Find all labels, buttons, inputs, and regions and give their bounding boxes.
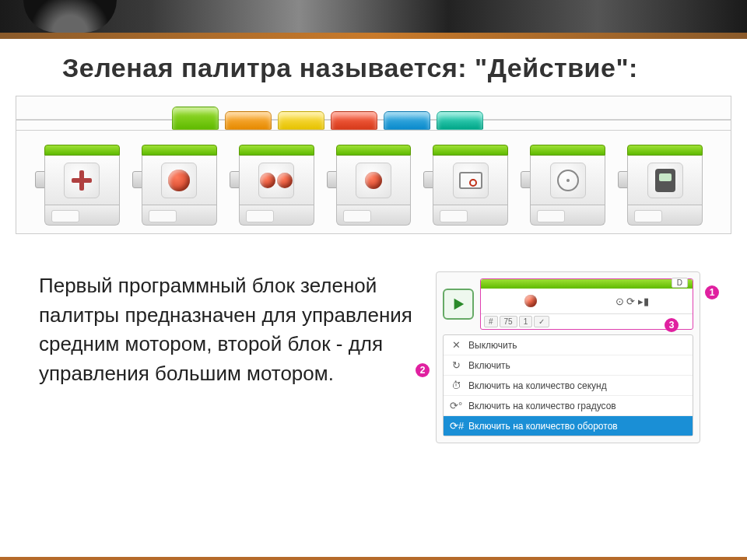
port-selector[interactable]: D [672, 278, 688, 288]
display-icon [459, 172, 482, 189]
brick-icon [655, 169, 675, 192]
slide-header-decor [0, 0, 747, 33]
menu-label: Включить на количество оборотов [468, 421, 618, 432]
mode-icons: ⊙ ⟳ ▸▮ [615, 296, 649, 307]
svg-marker-0 [454, 299, 465, 310]
block-detail-callout: D ⊙ ⟳ ▸▮ # 75 1 ✓ ✕ Выключить [436, 271, 716, 443]
steering-icon [365, 172, 382, 189]
large-motor-icon [524, 295, 537, 307]
palette-panel [16, 96, 731, 234]
palette-tab-flow[interactable] [225, 111, 272, 130]
param-count[interactable]: 1 [519, 316, 533, 327]
block-brick-light[interactable] [627, 145, 703, 226]
two-motors-icon [260, 173, 293, 188]
menu-item-off[interactable]: ✕ Выключить [444, 335, 693, 355]
accent-bar [0, 33, 747, 39]
menu-item-seconds[interactable]: ⏱ Включить на количество секунд [444, 376, 693, 396]
param-rotations-icon[interactable]: # [484, 316, 498, 327]
block-move-tank[interactable] [239, 145, 314, 226]
menu-item-on[interactable]: ↻ Включить [444, 355, 693, 376]
large-motor-icon [168, 170, 190, 191]
accent-bar-bottom [0, 557, 747, 560]
rotations-icon: ⟳# [450, 420, 462, 432]
menu-item-rotations[interactable]: ⟳# Включить на количество оборотов [444, 416, 693, 436]
block-large-motor[interactable] [142, 145, 217, 226]
palette-tab-data[interactable] [331, 111, 377, 130]
menu-item-degrees[interactable]: ⟳° Включить на количество градусов [444, 396, 693, 416]
off-icon: ✕ [450, 339, 462, 351]
param-brake[interactable]: ✓ [534, 316, 549, 327]
on-icon: ↻ [450, 359, 462, 371]
palette-tab-myblocks[interactable] [437, 111, 483, 130]
annotation-badge-1: 1 [705, 285, 719, 299]
menu-label: Включить на количество градусов [468, 401, 616, 411]
menu-label: Выключить [468, 340, 517, 351]
page-title: Зеленая палитра называется: "Действие": [0, 39, 747, 96]
degrees-icon: ⟳° [450, 400, 462, 411]
action-blocks-row [16, 131, 731, 226]
start-button[interactable] [443, 289, 474, 320]
menu-label: Включить [468, 360, 510, 371]
sound-icon [557, 170, 579, 191]
annotation-badge-2: 2 [416, 363, 430, 377]
description-text: Первый программный блок зеленой палитры … [39, 271, 412, 443]
palette-tab-advanced[interactable] [384, 111, 430, 130]
block-sound[interactable] [530, 145, 605, 226]
play-icon [451, 297, 465, 311]
annotation-badge-3: 3 [665, 318, 679, 332]
menu-label: Включить на количество секунд [468, 380, 607, 391]
palette-tab-sensor[interactable] [278, 111, 324, 130]
mode-menu: ✕ Выключить ↻ Включить ⏱ Включить на кол… [443, 334, 693, 436]
block-display[interactable] [433, 145, 508, 226]
seconds-icon: ⏱ [450, 380, 462, 391]
palette-tabs [16, 96, 731, 131]
medium-motor-icon [72, 170, 92, 191]
param-power[interactable]: 75 [500, 316, 517, 327]
block-medium-motor[interactable] [44, 145, 120, 226]
palette-tab-action[interactable] [172, 107, 219, 130]
block-move-steering[interactable] [336, 145, 412, 226]
motor-block-expanded[interactable]: D ⊙ ⟳ ▸▮ # 75 1 ✓ [480, 278, 693, 330]
